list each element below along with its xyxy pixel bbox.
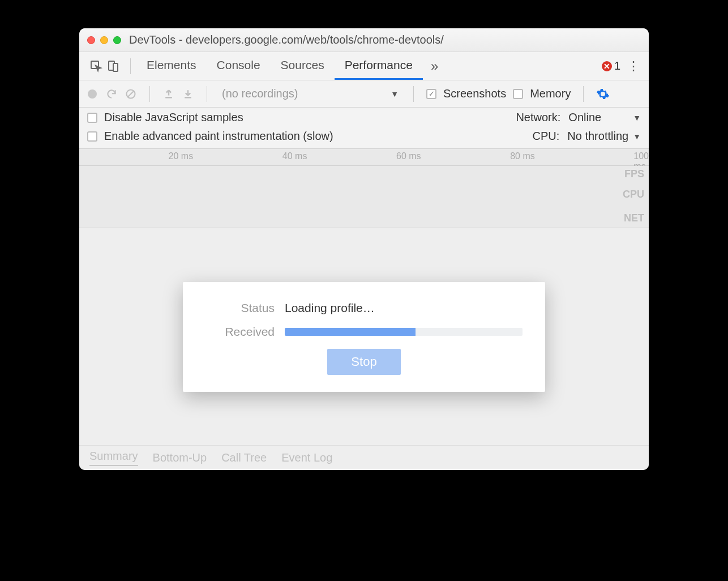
stop-button[interactable]: Stop <box>327 349 400 375</box>
details-tab-summary[interactable]: Summary <box>89 450 138 466</box>
screenshots-label: Screenshots <box>443 87 506 100</box>
svg-point-3 <box>88 89 97 99</box>
tab-console[interactable]: Console <box>207 52 271 80</box>
kebab-menu-icon[interactable]: ⋮ <box>627 59 640 74</box>
details-tab-call-tree[interactable]: Call Tree <box>221 451 267 464</box>
received-progress-bar <box>285 328 523 336</box>
devtools-window: DevTools - developers.google.com/web/too… <box>79 28 649 470</box>
divider <box>413 86 414 102</box>
capture-settings-panel: Disable JavaScript samples Network: Onli… <box>79 108 649 149</box>
lane-cpu-label: CPU <box>623 189 644 200</box>
svg-line-5 <box>127 91 134 97</box>
error-count-badge[interactable]: ✕ 1 <box>602 59 620 72</box>
ruler-tick: 80 ms <box>510 151 535 161</box>
divider <box>130 58 131 74</box>
memory-label: Memory <box>530 87 571 100</box>
chevron-down-icon: ▼ <box>633 113 641 122</box>
network-value: Online <box>568 111 601 124</box>
chevron-down-icon: ▼ <box>391 89 399 99</box>
save-profile-button[interactable] <box>182 88 194 100</box>
network-label: Network: <box>516 111 560 124</box>
minimize-window-button[interactable] <box>100 36 108 44</box>
error-count: 1 <box>614 59 620 72</box>
titlebar: DevTools - developers.google.com/web/too… <box>79 28 649 52</box>
zoom-window-button[interactable] <box>113 36 121 44</box>
cpu-value: No throttling <box>567 130 628 143</box>
panel-tabbar: Elements Console Sources Performance » ✕… <box>79 52 649 80</box>
recordings-placeholder: (no recordings) <box>222 87 298 100</box>
details-tab-bottom-up[interactable]: Bottom-Up <box>153 451 207 464</box>
network-throttle-dropdown[interactable]: Online ▼ <box>568 111 641 124</box>
overview-lanes: FPS CPU NET <box>79 166 649 228</box>
paint-instrumentation-label: Enable advanced paint instrumentation (s… <box>104 130 333 143</box>
disable-js-samples-label: Disable JavaScript samples <box>104 111 243 124</box>
received-label: Received <box>205 325 285 339</box>
error-icon: ✕ <box>602 61 612 71</box>
capture-settings-button[interactable] <box>596 87 610 101</box>
status-label: Status <box>205 301 285 315</box>
device-toolbar-icon[interactable] <box>106 59 120 73</box>
close-window-button[interactable] <box>87 36 95 44</box>
ruler-tick: 40 ms <box>282 151 307 161</box>
inspect-element-icon[interactable] <box>89 59 103 73</box>
screenshots-checkbox[interactable] <box>426 89 436 99</box>
lane-net-label: NET <box>624 212 644 224</box>
svg-rect-7 <box>185 97 191 99</box>
tab-sources[interactable]: Sources <box>271 52 335 80</box>
tab-performance[interactable]: Performance <box>335 52 423 80</box>
status-value: Loading profile… <box>285 301 523 315</box>
more-tabs-button[interactable]: » <box>423 52 446 80</box>
timeline-ruler: 20 ms 40 ms 60 ms 80 ms 100 ms <box>79 149 649 166</box>
performance-toolbar: (no recordings) ▼ Screenshots Memory <box>79 80 649 108</box>
tab-elements[interactable]: Elements <box>136 52 207 80</box>
ruler-tick: 60 ms <box>396 151 421 161</box>
ruler-tick: 20 ms <box>169 151 194 161</box>
received-progress-fill <box>285 328 416 336</box>
chevron-double-right-icon: » <box>431 58 438 74</box>
divider <box>207 86 207 102</box>
svg-rect-2 <box>113 63 118 71</box>
loading-profile-dialog: Status Loading profile… Received Stop <box>183 282 545 392</box>
chevron-down-icon: ▼ <box>633 132 641 141</box>
disable-js-samples-checkbox[interactable] <box>87 113 97 123</box>
recordings-dropdown[interactable]: (no recordings) ▼ <box>220 87 401 100</box>
load-profile-button[interactable] <box>162 88 175 100</box>
reload-record-button[interactable] <box>105 88 118 100</box>
record-button[interactable] <box>86 88 99 100</box>
memory-checkbox[interactable] <box>513 89 523 99</box>
divider <box>583 86 584 102</box>
clear-button[interactable] <box>125 88 137 100</box>
svg-rect-6 <box>165 97 172 99</box>
cpu-label: CPU: <box>533 130 560 143</box>
details-tab-event-log[interactable]: Event Log <box>281 451 332 464</box>
details-tabbar: Summary Bottom-Up Call Tree Event Log <box>79 445 649 470</box>
window-title: DevTools - developers.google.com/web/too… <box>129 33 444 46</box>
cpu-throttle-dropdown[interactable]: No throttling ▼ <box>567 130 641 143</box>
lane-fps-label: FPS <box>624 168 644 180</box>
paint-instrumentation-checkbox[interactable] <box>87 131 97 142</box>
window-controls <box>87 36 121 44</box>
flame-chart-area: Status Loading profile… Received Stop <box>79 228 649 445</box>
divider <box>149 86 150 102</box>
